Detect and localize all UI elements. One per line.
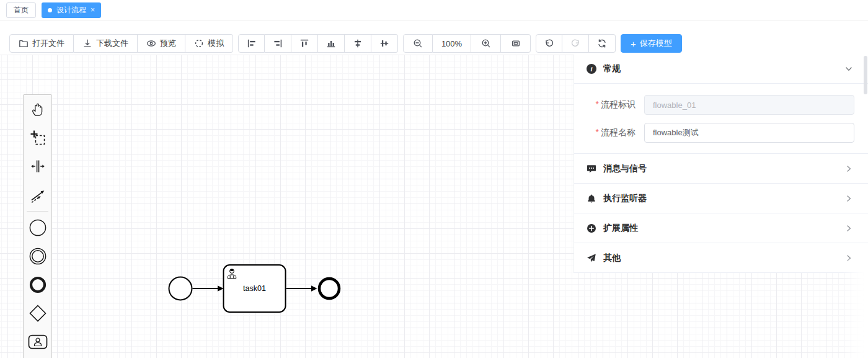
- open-file-button[interactable]: 打开文件: [9, 34, 74, 53]
- toolbar-header: 打开文件 下载文件 预览: [0, 20, 868, 55]
- zoom-in-button[interactable]: [471, 34, 501, 53]
- fit-viewport-button[interactable]: [501, 34, 531, 53]
- section-messages-signals-label: 消息与信号: [603, 163, 647, 174]
- section-messages-signals[interactable]: 消息与信号: [574, 154, 868, 183]
- required-asterisk: *: [596, 127, 599, 137]
- create-intermediate-event[interactable]: [24, 242, 51, 271]
- redo-button[interactable]: [562, 34, 589, 53]
- tab-home-label: 首页: [14, 5, 29, 16]
- process-id-row: *流程标识: [574, 95, 854, 115]
- end-event-icon: [29, 275, 47, 294]
- align-center-vertical-button[interactable]: [371, 34, 398, 53]
- plus-circle-icon: [587, 223, 596, 233]
- section-execution-listeners[interactable]: 执行监听器: [574, 184, 868, 213]
- align-button-group: [238, 34, 398, 53]
- preview-label: 预览: [160, 38, 176, 49]
- tab-design-process[interactable]: 设计流程 ×: [42, 2, 101, 18]
- chevron-right-icon: [844, 254, 853, 262]
- connect-icon: [30, 187, 46, 203]
- zoom-button-group: 100%: [403, 34, 531, 53]
- vertical-scrollbar[interactable]: [864, 56, 867, 94]
- start-event-shape[interactable]: [169, 277, 192, 300]
- space-tool[interactable]: [24, 152, 51, 181]
- simulate-button[interactable]: 模拟: [185, 34, 233, 53]
- fit-viewport-icon: [511, 38, 521, 48]
- download-file-button[interactable]: 下载文件: [74, 34, 138, 53]
- send-icon: [587, 253, 596, 263]
- align-top-icon: [299, 38, 309, 48]
- dashed-circle-icon: [194, 38, 204, 48]
- create-user-task[interactable]: [24, 328, 51, 356]
- create-end-event[interactable]: [24, 271, 51, 299]
- chevron-right-icon: [844, 194, 853, 203]
- active-dot-icon: [48, 8, 52, 12]
- gateway-icon: [29, 304, 47, 323]
- process-name-input[interactable]: [644, 123, 854, 143]
- create-gateway[interactable]: [24, 299, 51, 328]
- bpmn-designer-page: 首页 设计流程 × 打开文件 下载文件: [0, 0, 868, 358]
- sequence-flow-2[interactable]: [286, 285, 317, 292]
- end-event-shape[interactable]: [319, 279, 339, 298]
- zoom-level-button[interactable]: 100%: [433, 34, 471, 53]
- element-palette: [23, 94, 52, 358]
- section-extended-attributes-label: 扩展属性: [603, 223, 638, 234]
- lasso-tool[interactable]: [24, 123, 51, 152]
- space-tool-icon: [30, 158, 46, 174]
- process-name-row: *流程名称: [574, 123, 854, 143]
- global-connect-tool[interactable]: [24, 181, 51, 209]
- bell-icon: [587, 194, 596, 204]
- required-asterisk: *: [596, 99, 599, 109]
- align-left-icon: [247, 38, 257, 48]
- align-right-icon: [273, 38, 283, 48]
- process-name-label-wrap: *流程名称: [574, 127, 644, 138]
- hand-icon: [30, 101, 46, 117]
- process-id-label: 流程标识: [601, 99, 636, 109]
- open-file-label: 打开文件: [32, 38, 64, 49]
- zoom-out-button[interactable]: [403, 34, 433, 53]
- save-model-button[interactable]: + 保存模型: [621, 34, 682, 53]
- undo-button[interactable]: [536, 34, 562, 53]
- general-section-header[interactable]: i 常规: [574, 55, 868, 83]
- preview-button[interactable]: 预览: [138, 34, 185, 53]
- align-right-button[interactable]: [265, 34, 291, 53]
- section-execution-listeners-label: 执行监听器: [603, 193, 647, 204]
- tab-home[interactable]: 首页: [6, 2, 36, 18]
- undo-icon: [544, 38, 554, 48]
- general-form: *流程标识 *流程名称: [574, 84, 868, 153]
- close-tab-icon[interactable]: ×: [91, 6, 95, 14]
- align-left-button[interactable]: [238, 34, 265, 53]
- palette-separator: [27, 211, 48, 212]
- refresh-button[interactable]: [589, 34, 616, 53]
- start-event-icon: [29, 218, 47, 237]
- section-other-label: 其他: [603, 253, 621, 264]
- zoom-out-icon: [413, 38, 423, 48]
- chevron-right-icon: [844, 224, 853, 233]
- plus-icon: +: [631, 39, 636, 48]
- align-center-horizontal-button[interactable]: [345, 34, 371, 53]
- process-id-input: [644, 95, 854, 115]
- align-bottom-button[interactable]: [318, 34, 345, 53]
- toolbar: 打开文件 下载文件 预览: [9, 34, 682, 53]
- intermediate-event-icon: [29, 247, 47, 266]
- section-extended-attributes[interactable]: 扩展属性: [574, 213, 868, 243]
- chevron-down-icon: [844, 65, 853, 73]
- user-task-shape[interactable]: task01: [224, 265, 286, 312]
- download-icon: [82, 38, 92, 48]
- section-other[interactable]: 其他: [574, 243, 868, 272]
- task-label: task01: [243, 284, 266, 293]
- bpmn-diagram: task01: [149, 254, 353, 326]
- align-center-vertical-icon: [379, 38, 389, 48]
- align-top-button[interactable]: [291, 34, 318, 53]
- divider: [574, 272, 868, 273]
- sequence-flow-1[interactable]: [193, 285, 224, 292]
- chevron-right-icon: [844, 164, 853, 173]
- zoom-level-value: 100%: [441, 39, 462, 48]
- tab-design-process-label: 设计流程: [56, 5, 86, 16]
- create-start-event[interactable]: [24, 213, 51, 242]
- align-center-horizontal-icon: [353, 38, 363, 48]
- process-name-label: 流程名称: [601, 127, 636, 137]
- simulate-label: 模拟: [208, 38, 224, 49]
- folder-icon: [19, 38, 29, 48]
- user-task-icon: [28, 334, 48, 350]
- hand-tool[interactable]: [24, 95, 51, 123]
